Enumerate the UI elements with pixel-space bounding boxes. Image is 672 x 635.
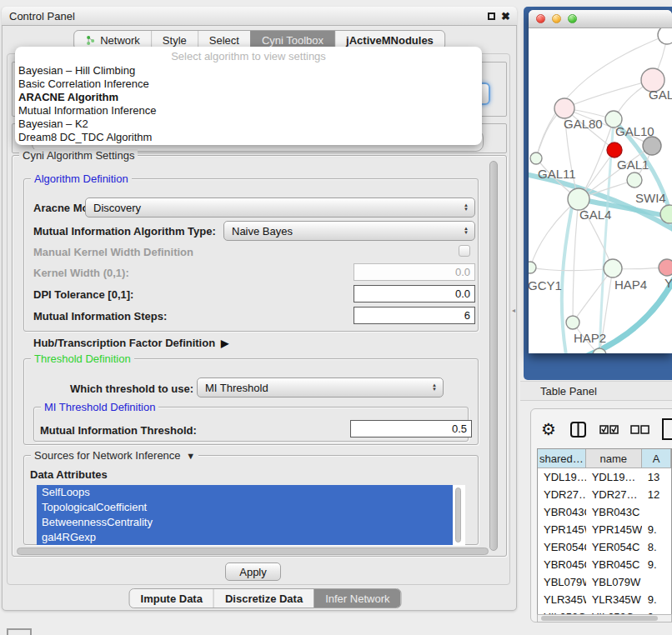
- dpi-tolerance-field[interactable]: 0.0: [354, 285, 475, 302]
- mi-type-label: Mutual Information Algorithm Type:: [33, 225, 216, 238]
- table-cell: YDR27…: [538, 486, 586, 503]
- network-node[interactable]: [554, 98, 574, 118]
- bottom-tabbar: Impute Data Discretize Data Infer Networ…: [129, 588, 402, 608]
- table-cell: 13: [642, 468, 671, 486]
- table-cell: 8.: [642, 538, 671, 556]
- attributes-scrollbar[interactable]: [455, 488, 461, 542]
- algorithm-option[interactable]: ARACNE Algorithm: [15, 91, 482, 104]
- network-node-label: GAL11: [538, 167, 576, 181]
- table-row[interactable]: YBR045CYBR045C9.: [538, 556, 671, 573]
- close-traffic-light-icon[interactable]: [536, 14, 545, 23]
- settings-vertical-scrollbar[interactable]: [489, 161, 498, 551]
- network-canvas[interactable]: GALGAL80GAL10GAL1GAL11GAL4SWI4GCY1HAP4YH…: [529, 28, 672, 353]
- table-cell: 9.: [642, 556, 671, 573]
- which-threshold-combobox[interactable]: MI Threshold ▲▼: [197, 378, 444, 398]
- cyni-settings-title: Cyni Algorithm Settings: [19, 149, 138, 162]
- hub-section-toggle[interactable]: Hub/Transcription Factor Definition ▶: [33, 337, 228, 349]
- tab-impute-data[interactable]: Impute Data: [130, 589, 213, 608]
- table-row[interactable]: YDL19…YDL19…13: [538, 468, 671, 486]
- data-attribute-item[interactable]: gal4RGexp: [37, 530, 453, 545]
- data-attributes-label: Data Attributes: [30, 468, 108, 481]
- table-body: YDL19…YDL19…13YDR27…YDR27…12YBR043CYBR04…: [538, 468, 671, 614]
- expanded-arrow-icon: ▼: [183, 451, 195, 461]
- data-attributes-list[interactable]: SelfLoopsTopologicalCoefficientBetweenne…: [37, 485, 465, 546]
- threshold-definition-title: Threshold Definition: [31, 352, 134, 365]
- table-row[interactable]: YBR043CYBR043C: [538, 503, 671, 521]
- tab-infer-network[interactable]: Infer Network: [313, 589, 400, 608]
- network-node-label: GAL4: [579, 208, 611, 222]
- column-header-partial[interactable]: A: [642, 449, 671, 468]
- network-node[interactable]: [658, 28, 672, 44]
- gear-icon[interactable]: ⚙: [541, 421, 556, 438]
- split-columns-icon[interactable]: [569, 421, 587, 438]
- column-header-name[interactable]: name: [586, 449, 642, 468]
- network-node[interactable]: [627, 172, 642, 188]
- table-row[interactable]: YPR145WYPR145W9.: [538, 521, 671, 538]
- network-node[interactable]: [566, 316, 579, 329]
- network-node-label: HAP4: [614, 278, 647, 292]
- algorithm-option[interactable]: Mutual Information Inference: [15, 104, 482, 118]
- zoom-traffic-light-icon[interactable]: [568, 14, 577, 23]
- tab-discretize-data[interactable]: Discretize Data: [213, 589, 313, 608]
- table-cell: YDL19…: [586, 468, 642, 486]
- manual-kernel-label: Manual Kernel Width Definition: [33, 246, 193, 258]
- float-window-icon[interactable]: [488, 12, 495, 20]
- close-icon[interactable]: ✖: [501, 11, 510, 22]
- network-window-titlebar: [529, 10, 672, 28]
- table-row[interactable]: YER054CYER054C8.: [538, 538, 671, 556]
- mi-threshold-field[interactable]: 0.5: [350, 420, 472, 438]
- network-node[interactable]: [659, 259, 672, 276]
- data-attribute-item[interactable]: SelfLoops: [37, 485, 453, 500]
- table-cell: YLR345W: [586, 591, 642, 608]
- table-row[interactable]: YBL079WYBL079W: [538, 573, 671, 591]
- dropdown-placeholder: Select algorithm to view settings: [15, 49, 482, 64]
- algorithm-option[interactable]: Basic Correlation Inference: [15, 78, 482, 91]
- network-node[interactable]: [643, 137, 661, 155]
- select-all-checkboxes-icon[interactable]: [599, 425, 619, 434]
- deselect-all-checkboxes-icon[interactable]: [630, 425, 649, 434]
- document-icon[interactable]: [661, 418, 672, 441]
- table-cell: YBR045C: [538, 556, 586, 573]
- manual-kernel-checkbox[interactable]: [459, 245, 470, 257]
- table-row[interactable]: YDR27…YDR27…12: [538, 486, 671, 503]
- table-cell: 9.: [642, 521, 671, 538]
- column-header-shared-name[interactable]: shared…: [538, 449, 586, 468]
- table-cell: YDL19…: [538, 468, 586, 486]
- network-node-label: GAL1: [617, 158, 649, 172]
- table-cell: YLR345W: [538, 591, 586, 608]
- combo-stepper-icon: ▲▼: [464, 227, 469, 235]
- table-cell: YBR045C: [586, 556, 642, 573]
- algorithm-option[interactable]: Bayesian – Hill Climbing: [15, 64, 482, 78]
- network-node[interactable]: [604, 259, 622, 278]
- algorithm-option[interactable]: Dream8 DC_TDC Algorithm: [15, 131, 482, 144]
- table-cell: YBR043C: [538, 503, 586, 521]
- mi-steps-field[interactable]: 6: [354, 307, 475, 324]
- aracne-mode-combobox[interactable]: Discovery ▲▼: [85, 198, 475, 218]
- minimize-traffic-light-icon[interactable]: [552, 14, 561, 23]
- table-cell: YBL079W: [538, 573, 586, 591]
- dpi-tolerance-label: DPI Tolerance [0,1]:: [33, 288, 133, 301]
- table-horizontal-scrollbar[interactable]: [537, 614, 672, 622]
- algorithm-option[interactable]: Bayesian – K2: [15, 118, 482, 131]
- apply-button[interactable]: Apply: [225, 562, 281, 581]
- network-graph: GALGAL80GAL10GAL1GAL11GAL4SWI4GCY1HAP4YH…: [529, 28, 672, 353]
- mi-type-combobox[interactable]: Naive Bayes ▲▼: [223, 221, 475, 241]
- collapsed-panel-stub[interactable]: [7, 628, 32, 635]
- network-node[interactable]: [530, 152, 542, 164]
- network-node[interactable]: [529, 262, 536, 273]
- scrollbar-thumb[interactable]: [541, 616, 658, 621]
- settings-horizontal-scrollbar[interactable]: [17, 548, 489, 555]
- table-cell: YIL052C: [538, 608, 586, 614]
- data-attribute-item[interactable]: TopologicalCoefficient: [37, 500, 453, 515]
- network-node-label: HAP2: [574, 331, 606, 345]
- table-row[interactable]: YIL052CYIL052C9.: [538, 608, 671, 614]
- table-cell: 9.: [642, 591, 671, 608]
- table-panel-title: Table Panel: [520, 385, 597, 398]
- network-node[interactable]: [607, 142, 622, 158]
- data-attribute-item[interactable]: BetweennessCentrality: [37, 515, 453, 530]
- panel-splitter-handle[interactable]: ◂: [512, 307, 515, 314]
- kernel-width-field[interactable]: 0.0: [354, 263, 475, 281]
- sources-group-title[interactable]: Sources for Network Inference ▼: [31, 449, 198, 462]
- combo-stepper-icon: ▲▼: [432, 383, 437, 392]
- table-row[interactable]: YLR345WYLR345W9.: [538, 591, 671, 608]
